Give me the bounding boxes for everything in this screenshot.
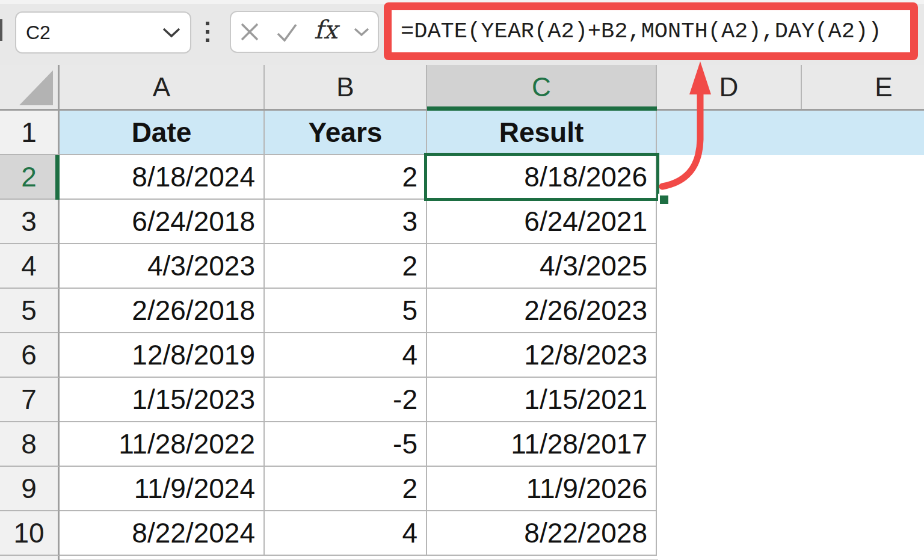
cell-B6[interactable]: 4 [265, 333, 427, 378]
fill-handle[interactable] [660, 195, 668, 204]
cell-A7[interactable]: 1/15/2023 [60, 378, 265, 422]
row-header-10[interactable]: 10 [0, 511, 60, 556]
sheet-row-8: 811/28/2022-511/28/2017 [0, 422, 924, 467]
cell-B5[interactable]: 5 [265, 289, 427, 333]
row-header-9[interactable]: 9 [0, 467, 60, 511]
formula-buttons-group: fx [230, 11, 379, 53]
row-header-1[interactable]: 1 [0, 111, 60, 155]
cell-B1[interactable]: Years [265, 111, 427, 155]
cell-C8[interactable]: 11/28/2017 [427, 422, 657, 467]
row-header-6[interactable]: 6 [0, 333, 60, 378]
empty-area-row-6[interactable] [657, 333, 924, 378]
enter-check-icon[interactable] [276, 22, 298, 42]
cell-C7[interactable]: 1/15/2021 [427, 378, 657, 422]
sheet-row-4: 44/3/202324/3/2025 [0, 244, 924, 289]
row-header-7[interactable]: 7 [0, 378, 60, 422]
empty-area-row-3[interactable] [657, 200, 924, 244]
selected-column-underline [427, 106, 657, 111]
cell-A6[interactable]: 12/8/2019 [60, 333, 265, 378]
name-box-value: C2 [26, 22, 51, 44]
drag-handle-icon[interactable] [206, 22, 209, 42]
empty-area-row-8[interactable] [657, 422, 924, 467]
sheet-row-9: 911/9/2024211/9/2026 [0, 467, 924, 511]
insert-function-icon[interactable]: fx [314, 17, 337, 46]
column-header-C[interactable]: C [427, 65, 657, 109]
column-header-D[interactable]: D [657, 65, 802, 109]
cell-C4[interactable]: 4/3/2025 [427, 244, 657, 289]
cell-A9[interactable]: 11/9/2024 [60, 467, 265, 511]
cell-C6[interactable]: 12/8/2023 [427, 333, 657, 378]
cell-A1[interactable]: Date [60, 111, 265, 155]
row-header-4[interactable]: 4 [0, 244, 60, 289]
column-header-B[interactable]: B [265, 65, 427, 109]
cell-A3[interactable]: 6/24/2018 [60, 200, 265, 244]
empty-area-row-1[interactable] [657, 111, 924, 155]
empty-area-row-5[interactable] [657, 289, 924, 333]
cell-B4[interactable]: 2 [265, 244, 427, 289]
cell-A10[interactable]: 8/22/2024 [60, 511, 265, 556]
row-header-2[interactable]: 2 [0, 155, 60, 200]
sheet-row-5: 52/26/201852/26/2023 [0, 289, 924, 333]
sheet-row-1: 1DateYearsResult [0, 111, 924, 155]
column-header-E[interactable]: E [802, 65, 924, 109]
empty-area-row-2[interactable] [657, 155, 924, 200]
cell-C1[interactable]: Result [427, 111, 657, 155]
empty-area-row-10[interactable] [657, 511, 924, 556]
select-all-triangle-icon [19, 70, 53, 105]
sheet-row-10: 108/22/202448/22/2028 [0, 511, 924, 556]
row-header-8[interactable]: 8 [0, 422, 60, 467]
row-header-5[interactable]: 5 [0, 289, 60, 333]
cell-B8[interactable]: -5 [265, 422, 427, 467]
empty-area-row-4[interactable] [657, 244, 924, 289]
cell-C5[interactable]: 2/26/2023 [427, 289, 657, 333]
cell-B3[interactable]: 3 [265, 200, 427, 244]
spreadsheet-grid: ABCDE 1DateYearsResult28/18/202428/18/20… [0, 65, 924, 556]
chevron-down-icon[interactable] [162, 27, 180, 38]
formula-bar[interactable]: =DATE(YEAR(A2)+B2,MONTH(A2),DAY(A2)) [384, 2, 918, 60]
name-box[interactable]: C2 [15, 11, 191, 54]
window-edge-fragment [0, 19, 2, 41]
sheet-row-7: 71/15/2023-21/15/2021 [0, 378, 924, 422]
column-header-A[interactable]: A [60, 65, 265, 109]
formula-toolbar: C2 fx =DATE(YEAR(A2)+B2,MONTH(A2),DAY(A2… [0, 0, 924, 65]
excel-window: C2 fx =DATE(YEAR(A2)+B2,MONTH(A2),DAY(A2… [0, 0, 924, 560]
cell-B9[interactable]: 2 [265, 467, 427, 511]
sheet-row-3: 36/24/201836/24/2021 [0, 200, 924, 244]
selected-row-indicator [55, 155, 60, 200]
cell-A2[interactable]: 8/18/2024 [60, 155, 265, 200]
column-header-row: ABCDE [0, 65, 924, 111]
empty-area-row-9[interactable] [657, 467, 924, 511]
cell-A5[interactable]: 2/26/2018 [60, 289, 265, 333]
cell-C10[interactable]: 8/22/2028 [427, 511, 657, 556]
cell-B10[interactable]: 4 [265, 511, 427, 556]
formula-text: =DATE(YEAR(A2)+B2,MONTH(A2),DAY(A2)) [392, 19, 881, 44]
active-cell-outline [424, 153, 659, 201]
fx-chevron-down-icon[interactable] [354, 27, 369, 37]
cell-C9[interactable]: 11/9/2026 [427, 467, 657, 511]
cancel-icon[interactable] [239, 22, 260, 42]
cell-A8[interactable]: 11/28/2022 [60, 422, 265, 467]
sheet-row-6: 612/8/2019412/8/2023 [0, 333, 924, 378]
select-all-corner[interactable] [0, 65, 60, 109]
cell-B2[interactable]: 2 [265, 155, 427, 200]
cell-C3[interactable]: 6/24/2021 [427, 200, 657, 244]
cell-A4[interactable]: 4/3/2023 [60, 244, 265, 289]
row-gutter-sliver [0, 556, 60, 560]
empty-area-row-7[interactable] [657, 378, 924, 422]
cell-B7[interactable]: -2 [265, 378, 427, 422]
row-header-3[interactable]: 3 [0, 200, 60, 244]
